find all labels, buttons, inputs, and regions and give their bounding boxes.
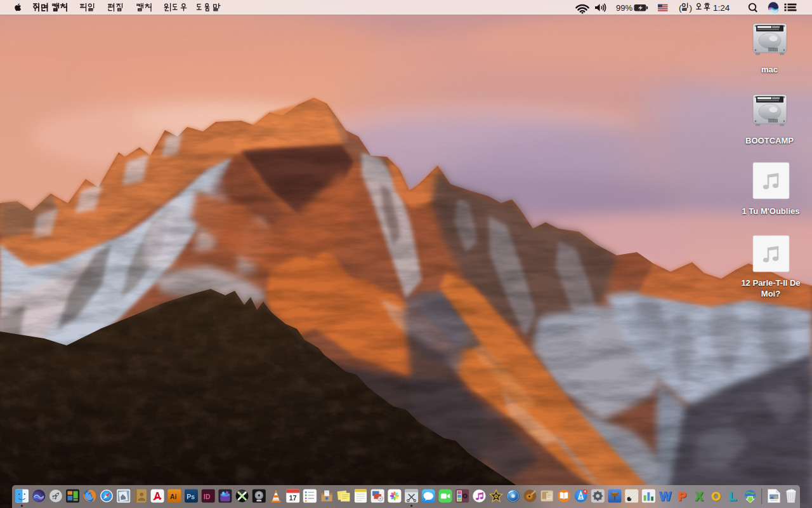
svg-text:W: W — [660, 490, 671, 503]
svg-text:Ai: Ai — [170, 493, 177, 500]
svg-text:O: O — [711, 490, 721, 503]
svg-text:ID: ID — [204, 493, 211, 500]
svg-text:L: L — [730, 490, 737, 503]
svg-text:4: 4 — [584, 489, 587, 493]
svg-text:A: A — [154, 490, 161, 502]
svg-text:Ps: Ps — [187, 493, 195, 500]
svg-text:X: X — [695, 490, 704, 503]
svg-text:17: 17 — [289, 494, 297, 502]
svg-text:P: P — [678, 490, 686, 503]
